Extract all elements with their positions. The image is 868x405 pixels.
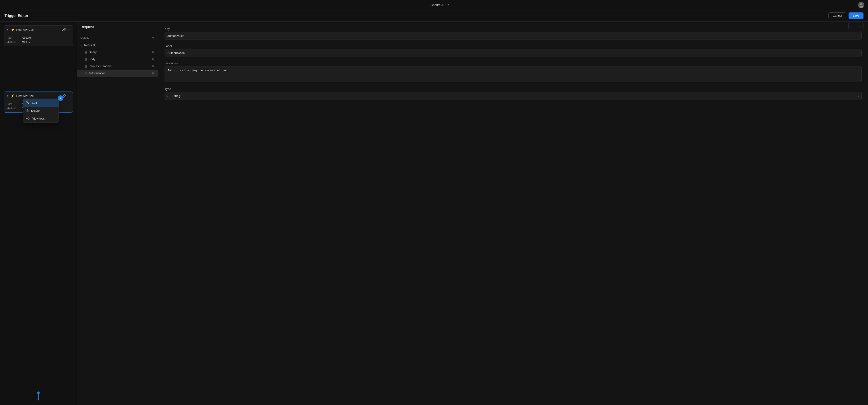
topbar: Secure API ▾ — [0, 0, 868, 10]
header-actions: Cancel Save — [829, 12, 864, 19]
middle-panel: Request Output + {} Request {} Query 🗑 {… — [77, 22, 158, 405]
svg-point-1 — [860, 3, 862, 5]
tree-label-query: Query — [89, 51, 150, 54]
edit-icon: ✏️ — [26, 101, 30, 104]
api-card-2-title: Rest API Call — [16, 94, 60, 98]
right-panel: Key Label Description Authorization key … — [158, 22, 868, 405]
api-card-1-method-row: Method GET ▼ — [6, 41, 70, 44]
tree-label-authorization: Authorization — [88, 71, 150, 75]
delete-icon: 🗑 — [26, 109, 29, 112]
svg-rect-3 — [850, 25, 854, 25]
api-card-1: ▼ ⚡ Rest API Call 🔗 ··· Path /secure Met… — [4, 25, 73, 46]
type-equals-icon: ≡ — [167, 94, 168, 98]
user-avatar[interactable] — [858, 2, 864, 8]
view-icons — [848, 23, 864, 29]
topbar-chevron[interactable]: ▾ — [448, 3, 449, 6]
delete-query-button[interactable]: 🗑 — [151, 51, 154, 54]
bolt-icon-2: ⚡ — [11, 94, 14, 98]
type-select[interactable]: String Number Boolean Object Array — [164, 92, 862, 100]
delete-label: Delete — [31, 109, 40, 112]
path-label-2: Path — [6, 102, 20, 105]
topbar-center: Secure API ▾ — [431, 3, 449, 7]
label-label: Label — [164, 44, 862, 48]
label-input[interactable] — [164, 49, 862, 57]
add-output-button[interactable]: + — [152, 36, 154, 40]
braces-icon-body: {} — [85, 58, 87, 61]
type-select-wrapper: ≡ String Number Boolean Object Array ▾ — [164, 92, 862, 100]
svg-rect-5 — [850, 27, 854, 27]
braces-icon-headers: {} — [85, 65, 87, 68]
output-label: Output — [81, 36, 89, 39]
context-menu: ✏️ Edit 🗑 Delete ≡Q View logs — [23, 98, 59, 123]
method-chevron-1: ▼ — [29, 41, 31, 43]
more-icon-1[interactable]: ··· — [68, 28, 70, 31]
method-select-1[interactable]: GET ▼ — [22, 41, 31, 44]
tree-item-request[interactable]: {} Request — [77, 41, 158, 49]
svg-point-2 — [860, 6, 863, 8]
connection-area — [37, 392, 40, 401]
headerbar: Trigger Editor Cancel Save — [0, 10, 868, 22]
tree-item-authorization[interactable]: ≡ Authorization 🗑 — [77, 70, 158, 76]
method-label-2: Method — [6, 107, 20, 110]
list-view-button[interactable] — [848, 23, 855, 29]
output-tree: Output + {} Request {} Query 🗑 {} Body 🗑 — [77, 32, 158, 79]
middle-panel-header: Request — [77, 22, 158, 32]
edit-label: Edit — [32, 101, 37, 104]
description-field-group: Description Authorization key to secure … — [164, 61, 862, 83]
main-layout: ▼ ⚡ Rest API Call 🔗 ··· Path /secure Met… — [0, 22, 868, 405]
collapse-btn-1[interactable]: ▼ — [6, 29, 9, 31]
page-title: Trigger Editor — [4, 14, 28, 18]
api-card-2-actions: 🔗 ··· — [62, 94, 70, 98]
api-card-1-body: Path /secure Method GET ▼ — [4, 34, 73, 46]
tree-item-request-headers[interactable]: {} Request Headers 🗑 — [77, 63, 158, 70]
viewlogs-label: View logs — [32, 117, 45, 120]
connection-line — [38, 394, 39, 399]
braces-icon-query: {} — [85, 51, 87, 54]
collapse-btn-2[interactable]: ▼ — [6, 95, 9, 97]
context-menu-viewlogs[interactable]: ≡Q View logs — [23, 115, 59, 123]
path-value-1: /secure — [22, 36, 70, 39]
tree-label-body: Body — [89, 57, 150, 61]
api-card-1-path-row: Path /secure — [6, 36, 70, 39]
tree-label-request: Request — [84, 43, 154, 47]
svg-rect-4 — [850, 26, 854, 26]
link-icon-1[interactable]: 🔗 — [62, 28, 66, 31]
description-input[interactable]: Authorization key to secure endpoint — [164, 66, 862, 82]
braces-icon-request: {} — [81, 43, 82, 47]
api-card-1-header: ▼ ⚡ Rest API Call 🔗 ··· — [4, 26, 73, 34]
api-card-1-title: Rest API Call — [16, 28, 60, 31]
delete-headers-button[interactable]: 🗑 — [151, 64, 154, 68]
tree-label-headers: Request Headers — [89, 64, 150, 68]
viewlogs-icon: ≡Q — [26, 117, 30, 120]
type-label: Type — [164, 87, 862, 91]
left-panel: ▼ ⚡ Rest API Call 🔗 ··· Path /secure Met… — [0, 22, 77, 405]
method-label-1: Method — [6, 41, 20, 44]
equals-icon-auth: ≡ — [85, 72, 87, 75]
connection-arrow — [37, 399, 40, 401]
context-menu-edit[interactable]: ✏️ Edit — [23, 99, 59, 107]
tree-item-query[interactable]: {} Query 🗑 — [77, 49, 158, 56]
key-field-group: Key — [164, 27, 862, 40]
code-view-button[interactable] — [857, 23, 864, 29]
method-value-1: GET — [22, 41, 28, 44]
path-label-1: Path — [6, 36, 20, 39]
connection-dot — [37, 392, 40, 394]
delete-auth-button[interactable]: 🗑 — [151, 71, 154, 75]
more-icon-2[interactable]: ··· — [68, 94, 70, 98]
bolt-icon-1: ⚡ — [11, 28, 14, 31]
key-input[interactable] — [164, 32, 862, 40]
api-card-1-actions: 🔗 ··· — [62, 28, 70, 31]
key-label: Key — [164, 27, 862, 31]
label-field-group: Label — [164, 44, 862, 57]
delete-body-button[interactable]: 🗑 — [151, 57, 154, 61]
type-field-group: Type ≡ String Number Boolean Object Arra… — [164, 87, 862, 100]
request-title: Request — [81, 25, 94, 29]
description-label: Description — [164, 61, 862, 65]
tree-item-body[interactable]: {} Body 🗑 — [77, 56, 158, 63]
context-menu-delete[interactable]: 🗑 Delete — [23, 107, 59, 115]
topbar-title: Secure API — [431, 3, 446, 7]
info-badge: i — [58, 95, 63, 101]
save-button[interactable]: Save — [848, 12, 864, 19]
cancel-button[interactable]: Cancel — [829, 12, 846, 19]
